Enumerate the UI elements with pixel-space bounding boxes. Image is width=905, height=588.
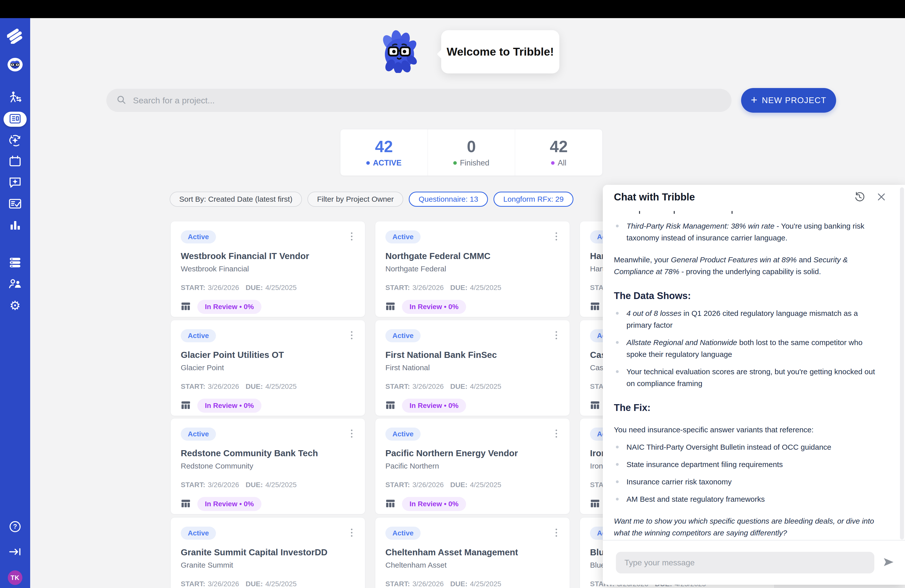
sidebar-item-assistant-avatar[interactable] — [0, 57, 30, 73]
sidebar: ⚙ ? TK — [0, 18, 30, 588]
card-menu-icon[interactable] — [553, 427, 560, 440]
card-menu-icon[interactable] — [348, 427, 355, 440]
welcome-speech-bubble: Welcome to Tribble! — [441, 30, 559, 73]
chat-bullet-item: 4 out of 8 losses in Q1 2026 cited regul… — [614, 307, 884, 331]
sidebar-item-analytics[interactable] — [0, 219, 30, 232]
tribble-app: ⚙ ? TK — [0, 0, 905, 588]
filter-chip[interactable]: Longform RFx: 29 — [494, 192, 573, 207]
status-badge: Active — [385, 427, 421, 441]
sidebar-item-projects[interactable] — [0, 112, 30, 127]
projects-icon — [9, 113, 21, 125]
user-avatar[interactable]: TK — [8, 571, 22, 585]
sidebar-item-logout[interactable] — [0, 547, 30, 558]
send-icon[interactable] — [882, 556, 895, 570]
filter-chip[interactable]: Sort By: Created Date (latest first) — [170, 192, 302, 207]
project-subtitle: Cheltenham Asset — [385, 561, 560, 569]
data-stack-icon — [8, 257, 22, 269]
sidebar-item-settings[interactable]: ⚙ — [0, 299, 30, 312]
review-progress-badge: In Review • 0% — [402, 497, 466, 511]
project-card[interactable]: Active Westbrook Financial IT Vendor Wes… — [170, 221, 365, 317]
chat-bullet-item: Your technical evaluation scores are str… — [614, 366, 884, 389]
project-card[interactable]: Active Cheltenham Asset Management Chelt… — [375, 517, 570, 588]
sidebar-item-tribble-logo[interactable] — [0, 29, 30, 45]
chat-input-area — [603, 540, 905, 585]
project-subtitle: Redstone Community — [181, 462, 355, 470]
chat-paragraph: Want me to show you which specific quest… — [614, 515, 884, 539]
sidebar-item-user-avatar[interactable]: TK — [0, 571, 30, 585]
project-card[interactable]: Active Granite Summit Capital InvestorDD… — [170, 517, 365, 588]
project-title: Glacier Point Utilities OT — [181, 350, 355, 360]
sidebar-item-chat-sparkle[interactable] — [0, 176, 30, 190]
status-badge: Active — [385, 230, 421, 243]
sidebar-item-users[interactable] — [0, 278, 30, 291]
project-subtitle: Granite Summit — [181, 561, 355, 569]
project-stats-card: 42 ACTIVE 0 Finished 42 All — [340, 129, 603, 176]
history-icon[interactable] — [854, 191, 865, 203]
assistant-avatar-icon — [7, 57, 23, 73]
clipped-text-fragment — [614, 210, 884, 215]
card-menu-icon[interactable] — [553, 230, 560, 242]
sidebar-item-calendar[interactable] — [0, 155, 30, 168]
table-icon — [385, 499, 395, 509]
project-card[interactable]: Active First National Bank FinSec First … — [375, 320, 570, 416]
stat-tab-active[interactable]: 42 ACTIVE — [340, 129, 428, 176]
review-progress-badge: In Review • 0% — [197, 300, 262, 314]
stat-dot — [366, 161, 370, 165]
review-progress-badge: In Review • 0% — [197, 497, 262, 511]
project-card[interactable]: Active Northgate Federal CMMC Northgate … — [375, 221, 570, 317]
sidebar-item-help[interactable]: ? — [0, 520, 30, 534]
card-menu-icon[interactable] — [348, 527, 355, 539]
project-subtitle: Westbrook Financial — [181, 265, 355, 273]
project-dates: START:3/26/2026DUE:4/25/2025 — [181, 284, 355, 292]
sidebar-item-data-stack[interactable] — [0, 257, 30, 269]
project-card[interactable]: Active Pacific Northern Energy Vendor Pa… — [375, 418, 570, 514]
new-project-button[interactable]: + NEW PROJECT — [741, 88, 836, 113]
filter-chip[interactable]: Questionnaire: 13 — [409, 192, 488, 207]
filter-chips: Sort By: Created Date (latest first)Filt… — [170, 192, 573, 207]
chat-scrollbar[interactable] — [900, 188, 904, 539]
close-icon[interactable] — [876, 192, 886, 202]
card-menu-icon[interactable] — [348, 230, 355, 242]
stat-value: 0 — [467, 137, 476, 156]
sidebar-item-refresh-sparkle[interactable] — [0, 134, 30, 148]
card-menu-icon[interactable] — [553, 527, 560, 539]
card-menu-icon[interactable] — [553, 329, 560, 341]
stat-tab-all[interactable]: 42 All — [515, 129, 602, 176]
chat-bullet-list: 4 out of 8 losses in Q1 2026 cited regul… — [614, 307, 884, 389]
project-dates: START:3/26/2026DUE:4/25/2025 — [385, 383, 560, 391]
forms-check-icon — [8, 198, 22, 210]
review-progress-badge: In Review • 0% — [402, 300, 466, 314]
filter-chip[interactable]: Filter by Project Owner — [308, 192, 403, 207]
sidebar-item-forms-check[interactable] — [0, 198, 30, 210]
stat-label: ACTIVE — [373, 159, 402, 167]
review-progress-badge: In Review • 0% — [402, 399, 466, 413]
analytics-icon — [9, 219, 21, 232]
project-card[interactable]: Active Glacier Point Utilities OT Glacie… — [170, 320, 365, 416]
chat-bullet-item: Insurance carrier risk taxonomy — [614, 476, 884, 488]
table-icon — [590, 302, 600, 312]
project-title: Granite Summit Capital InvestorDD — [181, 547, 355, 557]
status-badge: Active — [181, 427, 216, 441]
search-icon — [116, 95, 127, 106]
project-search[interactable] — [106, 89, 732, 112]
stat-dot — [453, 161, 457, 165]
project-title: Redstone Community Bank Tech — [181, 448, 355, 458]
stat-label: Finished — [460, 159, 489, 167]
sidebar-active-pill — [3, 112, 27, 127]
status-badge: Active — [385, 527, 421, 540]
stat-dot — [551, 161, 554, 165]
refresh-sparkle-icon — [8, 134, 22, 148]
chat-bullet-item: NAIC Third-Party Oversight Bulletin inst… — [614, 441, 884, 453]
help-icon: ? — [9, 520, 21, 534]
sidebar-item-workflow[interactable] — [0, 91, 30, 105]
table-icon — [181, 499, 191, 509]
chat-message-input[interactable] — [616, 552, 874, 574]
stat-tab-finished[interactable]: 0 Finished — [428, 129, 515, 176]
search-input[interactable] — [133, 95, 721, 105]
project-title: Cheltenham Asset Management — [385, 547, 560, 557]
card-menu-icon[interactable] — [348, 329, 355, 341]
chat-bullet-item: State insurance department filing requir… — [614, 458, 884, 470]
project-card[interactable]: Active Redstone Community Bank Tech Reds… — [170, 418, 365, 514]
settings-icon: ⚙ — [10, 299, 21, 312]
review-progress-badge: In Review • 0% — [197, 399, 262, 413]
